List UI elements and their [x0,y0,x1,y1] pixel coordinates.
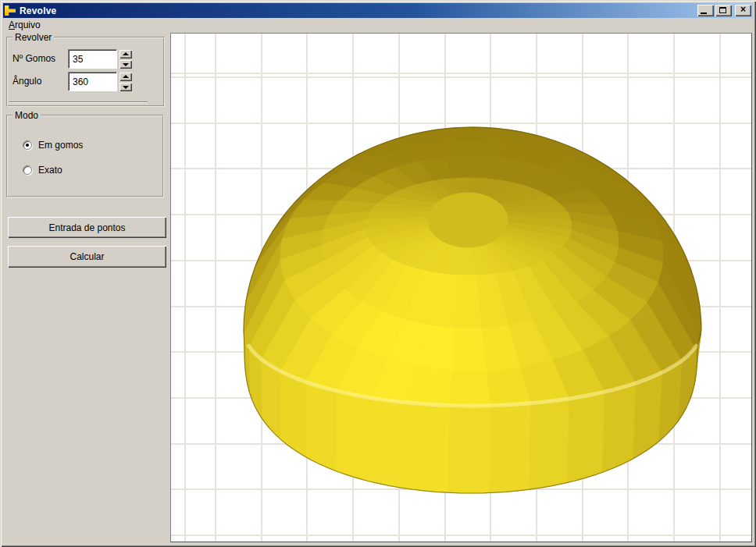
groupbox-revolver: Revolver Nº Gomos Ângulo [6,37,165,107]
maximize-button[interactable] [715,5,732,16]
groupbox-modo: Modo Em gomos Exato [6,115,164,197]
groupbox-modo-legend: Modo [12,110,41,121]
groupbox-revolver-legend: Revolver [12,32,54,43]
render-viewport [170,33,752,542]
arrow-down-icon [123,63,129,66]
angulo-input[interactable] [68,72,117,91]
app-window: Revolve × Arquivo Revolver Nº Gomos Ângu… [0,0,756,547]
radio-exato[interactable]: Exato [23,165,62,176]
app-icon [5,5,16,16]
angulo-spinner [119,73,132,91]
radio-exato-label: Exato [38,165,62,176]
calcular-button[interactable]: Calcular [8,246,166,268]
radio-em-gomos[interactable]: Em gomos [23,140,83,151]
revolved-solid [171,34,751,542]
radio-em-gomos-label: Em gomos [38,140,83,151]
radio-circle [23,140,32,150]
gomos-label: Nº Gomos [12,49,55,68]
angulo-spin-up-button[interactable] [119,73,132,81]
angulo-spin-down-button[interactable] [119,83,132,91]
gomos-input[interactable] [68,49,117,69]
menu-item-arquivo[interactable]: Arquivo [3,18,46,33]
gomos-spin-up-button[interactable] [119,50,132,59]
radio-dot [26,144,29,147]
maximize-icon [719,7,726,13]
minimize-button[interactable] [697,5,714,16]
angulo-label: Ângulo [12,72,41,91]
title-bar[interactable]: Revolve × [3,3,753,18]
close-icon: × [735,5,751,16]
menu-bar: Arquivo [3,18,753,33]
arrow-down-icon [123,86,129,89]
solid-facets [244,127,701,493]
arrow-up-icon [123,75,129,78]
minimize-icon [701,12,707,14]
radio-circle [23,165,32,175]
window-title: Revolve [20,5,56,16]
separator-line [9,101,148,103]
controls-panel: Revolver Nº Gomos Ângulo Modo Em gomos [3,33,170,544]
entrada-de-pontos-button[interactable]: Entrada de pontos [8,217,166,238]
gomos-spinner [119,50,132,69]
arrow-up-icon [123,52,129,55]
close-button[interactable]: × [735,5,751,16]
gomos-spin-down-button[interactable] [119,60,132,69]
